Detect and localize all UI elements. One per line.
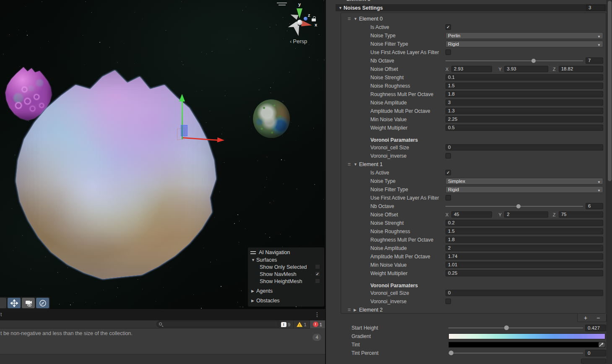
clipped-parent-row[interactable]: ▼ Element 1 xyxy=(336,0,604,3)
info-filter-toggle[interactable]: ! 9 xyxy=(278,320,293,328)
tint-percent-slider[interactable] xyxy=(448,349,583,357)
noise-type-dropdown[interactable]: Simplex▼ xyxy=(445,178,603,185)
is-active-checkbox[interactable]: ✓ xyxy=(445,170,451,175)
surfaces-foldout[interactable]: ▼ Surfaces xyxy=(250,256,324,263)
scene-tool-overlay[interactable] xyxy=(0,297,50,309)
voronoi-inverse-checkbox[interactable] xyxy=(445,299,451,304)
warning-filter-toggle[interactable]: ! 1 xyxy=(293,320,309,328)
checkbox[interactable] xyxy=(315,264,320,269)
ai-navigation-overlay[interactable]: AI Navigation ▼ Surfaces Show Only Selec… xyxy=(248,247,324,307)
start-height-value[interactable]: 0.427 xyxy=(585,325,606,331)
agents-foldout[interactable]: ▶ Agents xyxy=(250,287,324,294)
toggle-show-only-selected[interactable]: Show Only Selected xyxy=(250,263,324,270)
noise-offset-z-field[interactable]: 75 xyxy=(559,211,603,218)
use-first-active-layer-as-filter-checkbox[interactable] xyxy=(445,195,451,200)
nb-octave-value[interactable]: 7 xyxy=(586,57,603,64)
gizmo-x-arrow-icon[interactable] xyxy=(217,137,225,143)
gizmo-z-plane-handle[interactable] xyxy=(181,125,188,136)
checkbox[interactable]: ✓ xyxy=(315,271,320,276)
foldout-open-icon[interactable]: ▼ xyxy=(354,17,359,21)
voronoi-cell-size-field[interactable]: 0 xyxy=(445,144,603,151)
unlock-icon[interactable] xyxy=(312,16,316,21)
start-height-slider[interactable] xyxy=(448,324,583,332)
foldout-open-icon[interactable]: ▼ xyxy=(354,162,359,166)
console-log-entry[interactable]: t be non-negative and less than the size… xyxy=(0,329,325,354)
cut-off-tool-button[interactable] xyxy=(0,298,6,308)
noise-roughness-field[interactable]: 1.5 xyxy=(445,83,603,89)
axis-y-label[interactable]: y xyxy=(298,2,301,7)
roughness-mult-per-octave-field[interactable]: 1.8 xyxy=(445,91,603,97)
axis-z-dot-icon[interactable] xyxy=(304,17,307,21)
ai-navigation-header[interactable]: AI Navigation xyxy=(250,249,324,256)
foldout-closed-icon[interactable]: ▶ xyxy=(354,308,359,312)
min-noise-value-field[interactable]: 1.01 xyxy=(445,262,603,268)
remove-element-button[interactable]: − xyxy=(594,315,603,321)
gizmo-y-arrow-icon[interactable] xyxy=(179,94,185,101)
foldout-open-icon[interactable]: ▼ xyxy=(339,6,344,10)
is-active-checkbox[interactable]: ✓ xyxy=(445,24,451,30)
eyedropper-icon[interactable] xyxy=(599,342,605,347)
amplitude-mult-per-octave-field[interactable]: 1.3 xyxy=(445,108,603,114)
scene-view[interactable]: y z x ‹Persp AI Navigation ▼ Surfaces Sh… xyxy=(0,0,325,309)
weight-multiplier-field[interactable]: 0.25 xyxy=(445,270,603,276)
pane-menu-icon[interactable]: ⋮ xyxy=(314,311,320,318)
checkbox[interactable] xyxy=(315,278,320,283)
element-header-1[interactable]: =▼Element 1 xyxy=(341,160,606,169)
toggle-show-heightmesh[interactable]: Show HeightMesh xyxy=(250,278,324,285)
compass-button[interactable] xyxy=(36,298,49,308)
clipped-tab-label[interactable]: t xyxy=(0,312,2,317)
noises-settings-foldout[interactable]: ▼ Noises Settings 3 xyxy=(336,4,607,11)
scrollbar-thumb[interactable] xyxy=(608,1,612,181)
noise-offset-x-field[interactable]: 45 xyxy=(451,211,492,218)
amplitude-mult-per-octave-field[interactable]: 1.74 xyxy=(445,253,603,260)
slider-knob[interactable] xyxy=(504,325,509,330)
noise-offset-z-field[interactable]: 18.82 xyxy=(559,66,603,72)
min-noise-value-field[interactable]: 2.25 xyxy=(445,116,603,122)
noise-roughness-field[interactable]: 1.5 xyxy=(445,228,603,234)
roughness-mult-per-octave-field[interactable]: 1.8 xyxy=(445,237,603,243)
projection-label[interactable]: ‹Persp xyxy=(290,38,307,44)
nb-octave-slider[interactable] xyxy=(445,57,583,65)
noise-type-dropdown[interactable]: Perlin▼ xyxy=(445,32,603,39)
slider-knob[interactable] xyxy=(516,204,521,208)
slider-knob[interactable] xyxy=(449,351,453,355)
voronoi-cell-size-field[interactable]: 0 xyxy=(445,290,603,296)
element-header-0[interactable]: =▼Element 0 xyxy=(341,15,606,23)
error-filter-toggle[interactable]: ! 1 xyxy=(310,320,325,328)
small-planet[interactable] xyxy=(253,99,290,138)
noise-filter-type-dropdown[interactable]: Rigid▼ xyxy=(445,41,603,47)
use-first-active-layer-as-filter-checkbox[interactable] xyxy=(445,49,451,55)
toggle-show-navmesh[interactable]: Show NavMesh ✓ xyxy=(250,270,324,278)
noise-strenght-field[interactable]: 0.1 xyxy=(445,74,603,81)
slider-knob[interactable] xyxy=(531,59,536,63)
foldout-closed-icon[interactable]: ▶ xyxy=(251,299,256,303)
axis-neg-cone-icon[interactable] xyxy=(294,26,302,36)
drag-handle-icon[interactable] xyxy=(250,251,256,254)
noise-filter-type-dropdown[interactable]: Rigid▼ xyxy=(445,186,603,193)
nb-octave-value[interactable]: 6 xyxy=(586,203,603,209)
foldout-open-icon[interactable]: ▼ xyxy=(251,258,256,262)
gradient-field[interactable] xyxy=(448,333,605,339)
weight-multiplier-field[interactable]: 0.5 xyxy=(445,125,603,131)
array-size-field[interactable]: 3 xyxy=(586,5,605,11)
scene-camera-button[interactable] xyxy=(22,298,35,308)
move-tool-button[interactable] xyxy=(8,298,21,308)
element-header-2[interactable]: =▶Element 2 xyxy=(341,306,606,314)
console-search-input[interactable] xyxy=(156,321,282,328)
noise-offset-y-field[interactable]: 3.93 xyxy=(504,66,548,72)
noise-strenght-field[interactable]: 0.2 xyxy=(445,220,603,226)
console-tab-bar[interactable]: t ⋮ xyxy=(0,309,325,320)
obstacles-foldout[interactable]: ▶ Obstacles xyxy=(250,297,324,304)
add-element-button[interactable]: + xyxy=(581,315,590,321)
tint-percent-value[interactable]: 0 xyxy=(585,350,606,356)
axis-center-ball-icon[interactable] xyxy=(297,20,302,25)
nb-octave-slider[interactable] xyxy=(445,202,583,211)
axis-x-cone-icon[interactable] xyxy=(301,21,313,28)
noise-offset-y-field[interactable]: 2 xyxy=(504,211,548,218)
noise-offset-x-field[interactable]: 2.93 xyxy=(451,66,492,72)
main-planet[interactable] xyxy=(12,70,218,279)
foldout-closed-icon[interactable]: ▶ xyxy=(251,289,256,293)
axis-x-label[interactable]: x xyxy=(315,22,317,27)
noise-amplitude-field[interactable]: 3 xyxy=(445,99,603,106)
inspector-scrollbar[interactable] xyxy=(607,0,612,364)
